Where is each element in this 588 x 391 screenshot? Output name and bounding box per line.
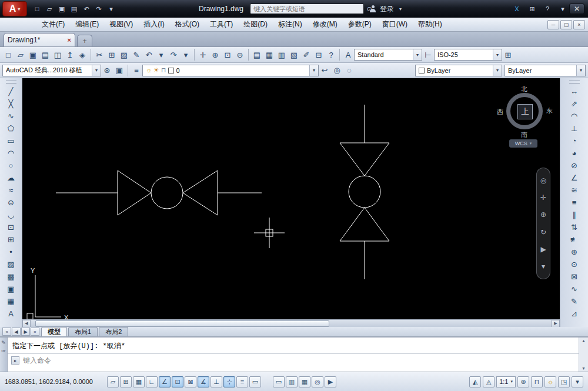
copy-icon[interactable]: ⊞	[106, 49, 118, 61]
export-dwf-icon[interactable]: ◈	[76, 49, 88, 61]
snap-toggle[interactable]: ⊞	[120, 376, 132, 387]
workspace-settings-icon[interactable]: ⊛	[101, 65, 113, 76]
dim-arc-length-icon[interactable]: ◠	[567, 110, 582, 122]
close-window-button[interactable]: ✕	[569, 4, 584, 14]
plot-preview-icon[interactable]: ◫	[52, 49, 64, 61]
revcloud-icon[interactable]: ☁	[4, 172, 18, 184]
mdi-restore-button[interactable]: ▢	[560, 20, 572, 29]
point-icon[interactable]: •	[4, 246, 18, 258]
dim-space-icon[interactable]: ⇅	[567, 221, 582, 233]
exchange-apps-icon[interactable]: X	[512, 4, 522, 14]
markup-icon[interactable]: ✐	[300, 49, 312, 61]
login-button[interactable]: 登录	[380, 4, 394, 14]
quickcalc-icon[interactable]: ⊟	[313, 49, 325, 61]
tab-layout2[interactable]: 布局2	[99, 327, 128, 336]
help-icon[interactable]: ?	[542, 4, 553, 14]
menu-dimension[interactable]: 标注(N)	[273, 18, 308, 31]
layer-previous-icon[interactable]: ↩	[319, 65, 330, 76]
status-menu-button[interactable]: ▾	[572, 376, 583, 387]
isolate-objects-button[interactable]: ☼	[544, 376, 556, 387]
workspace-save-icon[interactable]: ▣	[113, 65, 125, 76]
tab-close-icon[interactable]: ×	[68, 36, 71, 44]
toolbar-grip[interactable]	[569, 81, 580, 83]
steering-wheel-button[interactable]: ◎	[312, 376, 323, 387]
prev-layout-icon[interactable]: ◀	[12, 327, 21, 336]
workspace-switching-button[interactable]: ⊛	[517, 376, 529, 387]
search-input[interactable]	[250, 4, 364, 14]
center-mark-icon[interactable]: ⊙	[567, 258, 582, 270]
tab-model[interactable]: 模型	[41, 327, 67, 336]
compass-east-label[interactable]: 东	[546, 106, 553, 115]
layer-freeze-icon[interactable]: ☀	[153, 66, 159, 74]
gradient-icon[interactable]: ▩	[4, 270, 18, 283]
osnap3d-toggle[interactable]: ⊠	[185, 376, 196, 387]
chevron-down-icon[interactable]	[576, 65, 585, 76]
nav-orbit-icon[interactable]: ↻	[540, 228, 546, 236]
redo-arrow-icon[interactable]: ▾	[180, 49, 192, 61]
construction-line-icon[interactable]: ╳	[4, 98, 18, 110]
qat-redo-icon[interactable]: ↷	[93, 4, 104, 14]
menu-parametric[interactable]: 参数(P)	[343, 18, 377, 31]
qat-undo-icon[interactable]: ↶	[81, 4, 92, 14]
dim-edit-icon[interactable]: ✎	[567, 295, 582, 308]
first-layout-icon[interactable]: «	[2, 327, 11, 336]
scroll-up-icon[interactable]: ▲	[582, 339, 586, 343]
compass-west-label[interactable]: 西	[497, 108, 503, 116]
open-icon[interactable]: ▱	[15, 49, 26, 61]
login-menu-icon[interactable]: ▾	[397, 4, 403, 14]
dim-angular-icon[interactable]: ∠	[567, 172, 582, 184]
linetype-combo[interactable]: ByLayer	[505, 65, 586, 76]
scroll-down-icon[interactable]: ▼	[582, 366, 586, 370]
qat-open-icon[interactable]: ▱	[44, 4, 55, 14]
text-style-combo[interactable]: Standard	[354, 49, 422, 61]
qp-toggle[interactable]: ▭	[249, 376, 261, 387]
dim-jogged-icon[interactable]: ◕	[567, 147, 582, 159]
menu-insert[interactable]: 插入(I)	[138, 18, 169, 31]
menu-edit[interactable]: 编辑(E)	[70, 18, 104, 31]
command-grip[interactable]: ✎ ✑	[0, 337, 8, 372]
color-combo[interactable]: ByLayer	[415, 65, 502, 76]
otrack-toggle[interactable]: ∡	[198, 376, 209, 387]
dim-aligned-icon[interactable]: ⇗	[567, 98, 582, 110]
chevron-down-icon[interactable]	[92, 65, 101, 76]
spline-icon[interactable]: ≈	[4, 184, 18, 196]
infocenter-menu-icon[interactable]: ▾	[557, 4, 568, 14]
model-space-button[interactable]: ▭	[273, 376, 285, 387]
publish-icon[interactable]: ↥	[64, 49, 76, 61]
quick-view-drawings-button[interactable]: ▦	[299, 376, 310, 387]
lwt-toggle[interactable]: ≡	[236, 376, 248, 387]
mtext-icon[interactable]: A	[4, 308, 18, 320]
qat-menu-arrow-icon[interactable]: ▾	[106, 4, 116, 14]
cut-icon[interactable]: ✂	[93, 49, 105, 61]
wcs-menu[interactable]: WCS ▾	[509, 139, 537, 148]
layer-unisolate-icon[interactable]: ◌	[343, 65, 355, 76]
make-block-icon[interactable]: ⊞	[4, 233, 18, 246]
infer-constraints-toggle[interactable]: ▱	[107, 376, 119, 387]
horizontal-scrollbar[interactable]: ◀ ▶	[22, 319, 560, 327]
dim-baseline-icon[interactable]: ≡	[567, 196, 582, 209]
new-icon[interactable]: □	[2, 49, 14, 61]
annotation-scale-combo[interactable]: 1:1 ▾	[496, 376, 516, 387]
polyline-icon[interactable]: ∿	[4, 110, 18, 122]
mdi-close-button[interactable]: ×	[573, 20, 585, 29]
polygon-icon[interactable]: ⬠	[4, 122, 18, 135]
paste-icon[interactable]: ▨	[118, 49, 130, 61]
chevron-down-icon[interactable]	[493, 65, 502, 76]
text-style-icon[interactable]: A	[342, 49, 354, 61]
pan-realtime-icon[interactable]: ✛	[197, 49, 209, 61]
zoom-realtime-icon[interactable]: ⊕	[209, 49, 221, 61]
redo-icon[interactable]: ↷	[168, 49, 179, 61]
table-icon[interactable]: ▦	[4, 295, 18, 308]
menu-window[interactable]: 窗口(W)	[377, 18, 413, 31]
next-layout-icon[interactable]: ▶	[21, 327, 30, 336]
grid-toggle[interactable]: ▦	[133, 376, 145, 387]
tab-layout1[interactable]: 布局1	[68, 327, 98, 336]
chevron-down-icon[interactable]	[493, 49, 502, 60]
designcenter-icon[interactable]: ▦	[263, 49, 275, 61]
match-properties-icon[interactable]: ✎	[131, 49, 142, 61]
layer-isolate-icon[interactable]: ◎	[331, 65, 343, 76]
sheetset-icon[interactable]: ▧	[288, 49, 300, 61]
command-input-row[interactable]: ▸ 键入命令	[8, 354, 579, 367]
insert-block-icon[interactable]: ⊡	[4, 221, 18, 233]
dim-jog-line-icon[interactable]: ∿	[567, 283, 582, 295]
